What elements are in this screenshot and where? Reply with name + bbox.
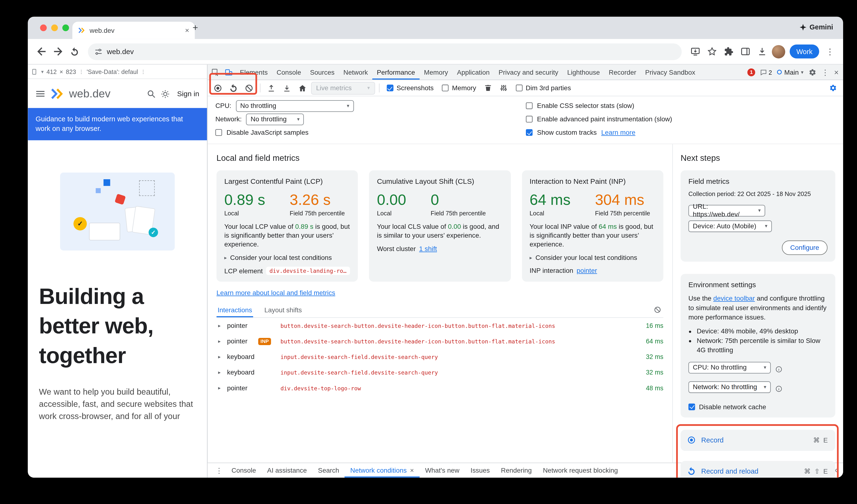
close-window-button[interactable]: [40, 24, 47, 31]
interaction-row[interactable]: ▸ pointer INP button.devsite-search-butt…: [217, 333, 663, 349]
load-profile-icon[interactable]: [264, 81, 278, 95]
site-settings-icon[interactable]: [95, 48, 102, 55]
memory-checkbox[interactable]: [442, 85, 449, 91]
screenshots-checkbox[interactable]: [387, 85, 393, 91]
env-cpu-select[interactable]: CPU: No throttling ▾: [688, 362, 771, 373]
webdev-logo[interactable]: [50, 87, 64, 100]
tab-interactions[interactable]: Interactions: [217, 302, 253, 317]
learn-more-metrics-link[interactable]: Learn more about local and field metrics: [217, 289, 335, 297]
paint-instrumentation-checkbox[interactable]: [526, 116, 533, 122]
record-and-reload-icon[interactable]: [226, 81, 240, 95]
inspect-element-icon[interactable]: [208, 65, 222, 80]
close-tab-icon[interactable]: ×: [185, 26, 189, 34]
bookmark-star-icon[interactable]: [704, 44, 720, 60]
device-throttle-value[interactable]: 'Save-Data': defaul: [87, 68, 138, 75]
device-toolbar-link[interactable]: device toolbar: [713, 294, 755, 302]
device-menu-icon[interactable]: ⋮: [141, 69, 146, 74]
lcp-element-chip[interactable]: div.devsite-landing-row-ite…: [266, 267, 350, 275]
network-info-icon[interactable]: [775, 385, 783, 392]
env-network-select[interactable]: Network: No throttling ▾: [688, 381, 771, 393]
maximize-window-button[interactable]: [63, 24, 69, 31]
profile-chip[interactable]: Work: [790, 45, 819, 58]
devtools-menu-icon[interactable]: ⋮: [821, 68, 829, 77]
tab-privacy-sandbox[interactable]: Privacy Sandbox: [641, 65, 700, 80]
devtools-settings-icon[interactable]: [808, 68, 816, 76]
device-type-caret-icon[interactable]: ▾: [41, 69, 44, 74]
interaction-row[interactable]: ▸ pointer button.devsite-search-button.d…: [217, 318, 663, 333]
css-selector-stats-checkbox[interactable]: [526, 102, 533, 109]
custom-tracks-learn-more-link[interactable]: Learn more: [601, 129, 636, 136]
interaction-row[interactable]: ▸ keyboard input.devsite-search-field.de…: [217, 365, 663, 380]
clear-icon[interactable]: [242, 81, 256, 95]
device-dimensions-icon[interactable]: [32, 68, 38, 75]
profile-avatar[interactable]: [772, 45, 785, 58]
tab-sources[interactable]: Sources: [305, 65, 339, 80]
drawer-tab-rendering[interactable]: Rendering: [495, 463, 537, 477]
drawer-more-icon[interactable]: ⋮: [212, 463, 226, 477]
drawer-tab-whats-new[interactable]: What's new: [419, 463, 465, 477]
row-expander-icon[interactable]: ▸: [217, 323, 227, 328]
device-width-value[interactable]: 412: [46, 68, 57, 75]
extra-settings-icon[interactable]: [497, 81, 510, 95]
context-selector[interactable]: Main ▾: [777, 68, 804, 76]
device-toolbar-toggle-icon[interactable]: [222, 65, 235, 80]
capture-settings-gear-icon[interactable]: [826, 81, 840, 95]
dim-3rd-parties-checkbox-row[interactable]: Dim 3rd parties: [516, 84, 571, 92]
drawer-tab-ai-assistance[interactable]: AI assistance: [262, 463, 313, 477]
device-height-value[interactable]: 823: [66, 68, 76, 75]
interaction-target[interactable]: button.devsite-search-button.devsite-hea…: [281, 323, 639, 329]
device-overflow-icon[interactable]: ⋮: [79, 69, 84, 74]
configure-button[interactable]: Configure: [782, 240, 827, 255]
row-expander-icon[interactable]: ▸: [217, 354, 227, 359]
interaction-target[interactable]: input.devsite-search-field.devsite-searc…: [281, 354, 639, 360]
site-brand[interactable]: web.dev: [69, 87, 110, 100]
install-app-icon[interactable]: [687, 44, 703, 60]
tab-recorder[interactable]: Recorder: [604, 65, 641, 80]
devtools-close-icon[interactable]: ×: [834, 68, 839, 77]
clear-interactions-icon[interactable]: [654, 306, 663, 313]
tab-elements[interactable]: Elements: [235, 65, 272, 80]
inp-interaction-link[interactable]: pointer: [576, 267, 597, 274]
gemini-button[interactable]: Gemini: [800, 23, 833, 31]
tab-network[interactable]: Network: [339, 65, 372, 80]
downloads-icon[interactable]: [754, 44, 770, 60]
tab-console[interactable]: Console: [272, 65, 305, 80]
back-button[interactable]: [33, 44, 49, 60]
drawer-tab-network-request-blocking[interactable]: Network request blocking: [537, 463, 623, 477]
tab-performance[interactable]: Performance: [372, 65, 419, 80]
drawer-tab-issues[interactable]: Issues: [465, 463, 495, 477]
extensions-icon[interactable]: [721, 44, 736, 60]
drawer-tab-close-icon[interactable]: ×: [410, 467, 414, 474]
search-icon[interactable]: [147, 89, 156, 98]
interaction-row[interactable]: ▸ pointer div.devsite-top-logo-row 48 ms: [217, 380, 663, 396]
address-bar[interactable]: web.dev: [88, 43, 682, 60]
interaction-target[interactable]: div.devsite-top-logo-row: [281, 385, 639, 391]
side-panel-icon[interactable]: [737, 44, 753, 60]
field-device-select[interactable]: Device: Auto (Mobile) ▾: [688, 220, 772, 232]
record-and-reload-button[interactable]: Record and reload ⌘ ⇧ E: [681, 461, 836, 478]
hamburger-menu-icon[interactable]: [36, 89, 45, 99]
interaction-target[interactable]: input.devsite-search-field.devsite-searc…: [281, 369, 639, 375]
screenshots-checkbox-row[interactable]: Screenshots: [387, 84, 434, 92]
dim-3rd-parties-checkbox[interactable]: [516, 85, 522, 91]
row-expander-icon[interactable]: ▸: [217, 370, 227, 375]
disable-network-cache-checkbox[interactable]: [688, 403, 695, 410]
reload-button[interactable]: [67, 44, 82, 60]
collect-garbage-icon[interactable]: [481, 81, 495, 95]
tab-memory[interactable]: Memory: [419, 65, 452, 80]
cpu-throttling-select[interactable]: No throttling ▾: [236, 100, 354, 112]
browser-menu-icon[interactable]: ⋮: [823, 47, 838, 56]
live-metrics-home-icon[interactable]: [296, 81, 309, 95]
theme-toggle-icon[interactable]: [161, 89, 170, 98]
forward-button[interactable]: [50, 44, 66, 60]
record-button[interactable]: Record ⌘ E: [681, 430, 836, 451]
tab-layout-shifts[interactable]: Layout shifts: [263, 302, 303, 317]
browser-tab[interactable]: web.dev ×: [72, 22, 195, 39]
custom-tracks-checkbox[interactable]: [526, 129, 533, 136]
lcp-test-conditions-expander[interactable]: ▸ Consider your local test conditions: [224, 254, 350, 262]
drawer-tab-search[interactable]: Search: [313, 463, 345, 477]
save-profile-icon[interactable]: [280, 81, 294, 95]
new-tab-button[interactable]: +: [192, 22, 198, 34]
record-icon[interactable]: [211, 81, 225, 95]
cpu-info-icon[interactable]: [775, 366, 783, 373]
